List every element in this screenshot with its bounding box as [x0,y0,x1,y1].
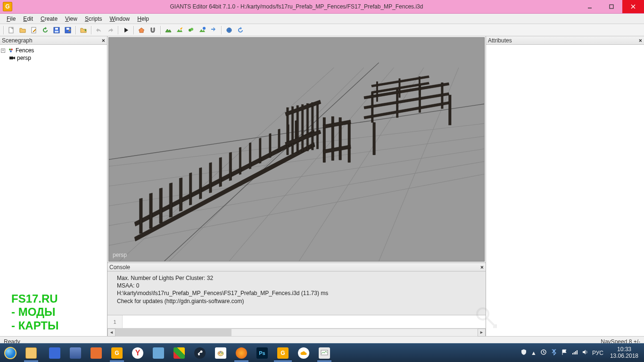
taskbar-photoshop-icon[interactable]: Ps [252,345,272,362]
console-output[interactable]: Max. Number of Lights Per Cluster: 32 MS… [107,272,486,315]
scroll-thumb[interactable] [116,329,231,336]
svg-rect-57 [302,105,304,152]
menu-window[interactable]: Window [106,15,134,23]
taskbar-yandex-icon[interactable]: Y [128,345,148,362]
script-reload-icon[interactable] [235,25,246,35]
tray-time: 10:33 [610,346,638,353]
svg-point-19 [10,50,12,52]
taskbar-calculator-icon[interactable] [149,345,168,362]
tray-bluetooth-icon[interactable] [551,349,557,357]
svg-rect-50 [269,133,271,158]
title-bar: G GIANTS Editor 64bit 7.1.0 - H:/karty/m… [0,0,644,14]
magnet-icon[interactable] [148,25,158,35]
svg-rect-48 [249,143,251,169]
edit-file-icon[interactable] [29,25,39,35]
svg-rect-1 [610,5,613,8]
svg-point-15 [203,27,206,30]
tray-clock[interactable]: 10:33 13.06.2018 [607,346,641,360]
taskbar-firefox-icon[interactable] [231,345,251,362]
tree-node-label: persp [17,55,31,61]
windows-taskbar: G Y Ps G ▲ РУС 10:33 13.06.2018 [0,343,644,362]
open-folder-icon[interactable] [17,25,28,35]
taskbar-explorer-icon[interactable] [21,345,41,362]
taskbar-steam-icon[interactable] [190,345,210,362]
center-area: persp Console × Max. Number of Lights Pe… [107,36,486,336]
new-file-icon[interactable] [6,25,17,35]
svg-rect-56 [297,106,298,153]
taskbar-paint-icon[interactable] [211,345,231,362]
menu-file[interactable]: File [3,15,19,23]
world-settings-icon[interactable] [224,25,234,35]
svg-point-18 [11,49,13,50]
undo-icon[interactable] [94,25,104,35]
watermark-text: FS17.RU - МОДЫ - КАРТЫ [11,292,59,333]
info-paint-icon[interactable] [197,25,207,35]
attributes-panel: Attributes × [486,36,644,336]
console-header: Console × [107,263,486,272]
tree-node-fences[interactable]: + Fences [1,47,106,54]
close-button[interactable] [622,0,644,13]
attributes-body[interactable] [486,45,644,336]
console-scrollbar[interactable]: ◄ ► [107,328,486,336]
taskbar-app-icon[interactable] [45,345,65,362]
svg-rect-49 [259,138,261,164]
scroll-track[interactable] [116,329,478,337]
menu-view[interactable]: View [61,15,81,23]
play-icon[interactable] [121,25,131,35]
svg-rect-9 [55,31,58,33]
workspace: Scenegraph × + Fences persp [0,36,644,336]
replace-icon[interactable] [208,25,219,35]
tray-language[interactable]: РУС [592,350,603,356]
tray-update-icon[interactable] [540,349,547,357]
expand-icon[interactable]: + [1,49,5,53]
tree-node-label: Fences [16,47,34,54]
scenegraph-title: Scenegraph [2,37,33,44]
svg-marker-21 [13,57,15,59]
save-icon[interactable] [51,25,62,35]
terrain-paint-icon[interactable] [174,25,185,35]
home-icon[interactable] [136,25,147,35]
menu-edit[interactable]: Edit [19,15,37,23]
taskbar-cloud-icon[interactable] [294,345,314,362]
taskbar-ie-icon[interactable] [0,345,20,362]
menu-help[interactable]: Help [133,15,153,23]
svg-rect-66 [348,123,350,163]
console-close-icon[interactable]: × [480,264,484,271]
taskbar-app-icon[interactable] [86,345,106,362]
viewport-3d[interactable]: persp [108,37,485,262]
terrain-sculpt-icon[interactable] [163,25,173,35]
scroll-left-button[interactable]: ◄ [107,329,116,337]
tree-node-persp[interactable]: persp [1,54,106,62]
redo-icon[interactable] [105,25,116,35]
tray-volume-icon[interactable] [582,349,588,357]
svg-rect-37 [140,198,142,233]
svg-rect-92 [572,353,573,354]
maximize-button[interactable] [601,0,622,13]
minimize-button[interactable] [579,0,601,13]
svg-rect-45 [219,157,222,187]
svg-point-17 [9,49,11,50]
menu-scripts[interactable]: Scripts [81,15,106,23]
scroll-right-button[interactable]: ► [478,329,486,337]
refresh-icon[interactable] [40,25,50,35]
menu-create[interactable]: Create [37,15,61,23]
foliage-paint-icon[interactable] [186,25,196,35]
tray-up-icon[interactable]: ▲ [531,350,537,356]
attributes-close-icon[interactable]: × [639,37,642,44]
watermark-line: - КАРТЫ [11,319,59,333]
group-node-icon [8,47,14,54]
save-as-icon[interactable] [63,25,73,35]
tray-network-icon[interactable] [571,349,578,357]
attributes-header: Attributes × [486,36,644,45]
taskbar-monitor-icon[interactable] [314,345,334,362]
taskbar-giants-editor-icon[interactable]: G [107,345,127,362]
svg-rect-60 [316,101,318,149]
taskbar-giants-active-icon[interactable]: G [273,345,293,362]
tray-flag-icon[interactable] [561,349,568,357]
svg-rect-46 [229,152,231,181]
taskbar-app-icon[interactable] [66,345,85,362]
tray-shield-icon[interactable] [520,349,527,357]
import-icon[interactable] [78,25,89,35]
scenegraph-close-icon[interactable]: × [102,37,105,44]
taskbar-rubik-icon[interactable] [169,345,189,362]
